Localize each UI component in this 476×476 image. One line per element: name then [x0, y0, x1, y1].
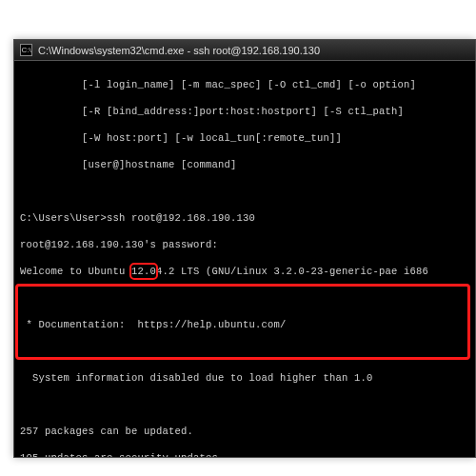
security-line: 105 updates are security updates.: [20, 451, 469, 458]
usage-line: [-W host:port] [-w local_tun[:remote_tun…: [20, 131, 469, 145]
packages-line: 257 packages can be updated.: [20, 425, 469, 438]
welcome-line: Welcome to Ubuntu 12.04.2 LTS (GNU/Linux…: [20, 265, 469, 278]
cmd-icon: C:\: [20, 44, 32, 56]
docs-line: * Documentation: https://help.ubuntu.com…: [20, 318, 469, 331]
titlebar[interactable]: C:\ C:\Windows\system32\cmd.exe - ssh ro…: [14, 40, 475, 61]
usage-line: [-l login_name] [-m mac_spec] [-O ctl_cm…: [20, 78, 469, 91]
window-title: C:\Windows\system32\cmd.exe - ssh root@1…: [38, 45, 320, 56]
cmd-window: C:\ C:\Windows\system32\cmd.exe - ssh ro…: [13, 39, 476, 458]
terminal-output[interactable]: [-l login_name] [-m mac_spec] [-O ctl_cm…: [14, 61, 475, 458]
password-prompt: root@192.168.190.130's password:: [20, 238, 469, 251]
usage-line: [-R [bind_address:]port:host:hostport] […: [20, 105, 469, 118]
sysinfo-line: System information disabled due to load …: [20, 371, 469, 385]
usage-line: [user@]hostname [command]: [20, 158, 469, 171]
ssh-command: C:\Users\User>ssh root@192.168.190.130: [20, 211, 469, 225]
